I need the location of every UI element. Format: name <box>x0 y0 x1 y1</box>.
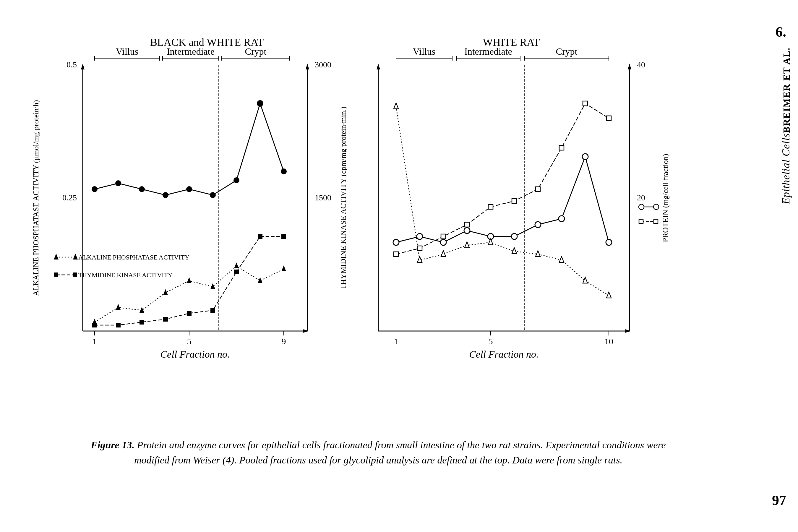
right-x-tick-10: 10 <box>604 336 613 346</box>
right-y-tick-20: 20 <box>637 193 645 202</box>
svg-rect-49 <box>54 272 58 277</box>
sq-pt8 <box>258 234 263 239</box>
tri-pt5 <box>488 239 493 245</box>
main-chart: BLACK and WHITE RAT Villus Intermediate … <box>24 30 674 414</box>
right-y-label: PROTEIN (mg/cell fraction) <box>661 154 670 242</box>
osq-pt1 <box>394 252 398 256</box>
tri-pt1 <box>394 103 398 109</box>
left-y-right-label: THYMIDINE KINASE ACTIVITY (cpm/mg protei… <box>339 107 347 290</box>
osq-pt7 <box>535 187 540 191</box>
sq-pt7 <box>234 269 239 274</box>
svg-point-53 <box>653 204 659 210</box>
protein-pt6 <box>511 233 517 240</box>
legend-alk-phos: ALKALINE PHOSPHATASE ACTIVITY <box>78 253 189 261</box>
svg-marker-15 <box>303 329 309 333</box>
left-y-tick-025: 0.25 <box>62 193 77 202</box>
author-name: BREIMER ET AL. <box>781 47 792 133</box>
section-number-top: 6. <box>776 24 786 40</box>
caption-bold: Figure 13. <box>91 439 134 451</box>
alk-phos-pt6 <box>210 192 216 198</box>
svg-point-52 <box>639 204 644 210</box>
alk-phos-pt1 <box>92 186 97 192</box>
sq-pt6 <box>210 308 215 313</box>
protein-pt1 <box>393 240 399 245</box>
alk-phos-pt7 <box>233 177 240 183</box>
sq-pt9 <box>281 234 286 239</box>
protein-pt4 <box>464 228 470 233</box>
left-intermediate-label: Intermediate <box>167 46 214 57</box>
osq-pt9 <box>583 101 588 106</box>
tri-pt8 <box>559 256 564 263</box>
left-y-tick-05: 0.5 <box>66 60 77 69</box>
sq-pt3 <box>139 320 144 324</box>
protein-pt10 <box>606 240 612 245</box>
right-intermediate-label: Intermediate <box>464 46 512 57</box>
tri-pt6 <box>512 248 517 253</box>
tk-pt2 <box>116 304 120 310</box>
alk-phos-pt5 <box>186 186 192 192</box>
right-y-tick-40: 40 <box>637 60 645 69</box>
left-y-right-tick-3000: 3000 <box>315 60 331 69</box>
protein-pt9 <box>582 154 588 159</box>
alk-phos-pt2 <box>115 180 121 186</box>
figure-caption: Figure 13. Protein and enzyme curves for… <box>83 437 674 468</box>
alk-phos-pt3 <box>139 186 145 192</box>
protein-pt3 <box>440 240 446 245</box>
tri-pt10 <box>607 292 611 298</box>
osq-pt2 <box>417 246 422 251</box>
sq-pt5 <box>187 311 191 316</box>
svg-marker-46 <box>54 253 58 260</box>
svg-rect-55 <box>639 219 643 224</box>
left-x-tick-1: 1 <box>93 336 97 346</box>
protein-pt8 <box>558 216 565 222</box>
osq-pt10 <box>607 116 611 120</box>
right-crypt-label: Crypt <box>556 46 577 57</box>
osq-pt8 <box>559 146 564 150</box>
tri-pt3 <box>441 251 446 256</box>
left-x-tick-5: 5 <box>187 336 191 346</box>
book-title: Epithelial Cells <box>780 133 792 204</box>
sidebar: 6. BREIMER ET AL. Epithelial Cells 97 <box>765 0 798 532</box>
tk-pt5 <box>187 277 191 283</box>
left-x-label: Cell Fraction no. <box>160 349 230 360</box>
osq-pt6 <box>512 198 517 203</box>
svg-rect-50 <box>73 272 77 277</box>
tri-pt4 <box>464 242 469 248</box>
left-y-right-tick-1500: 1500 <box>315 193 331 202</box>
tk-pt7 <box>234 263 239 268</box>
tk-pt3 <box>139 307 144 313</box>
protein-pt2 <box>417 233 423 240</box>
left-x-tick-9: 9 <box>282 336 286 346</box>
caption-text: Protein and enzyme curves for epithelial… <box>134 439 666 466</box>
osq-pt3 <box>441 234 446 239</box>
left-villus-label: Villus <box>116 46 138 57</box>
tk-pt9 <box>281 265 286 271</box>
page: 6. BREIMER ET AL. Epithelial Cells 97 BL… <box>0 0 798 532</box>
protein-pt7 <box>535 222 541 228</box>
sq-pt2 <box>116 323 120 327</box>
osq-pt4 <box>464 222 469 227</box>
svg-marker-14 <box>306 63 309 70</box>
right-x-tick-1: 1 <box>394 336 398 346</box>
left-y-label: ALKALINE PHOSPHATASE ACTIVITY (µmol/mg p… <box>32 100 40 296</box>
legend-tk: THYMIDINE KINASE ACTIVITY <box>78 271 173 279</box>
sq-pt4 <box>163 317 168 322</box>
svg-marker-37 <box>628 63 631 70</box>
alk-phos-pt8 <box>257 100 263 107</box>
sq-pt1 <box>92 323 97 327</box>
page-number: 97 <box>772 492 786 508</box>
figure-area: BLACK and WHITE RAT Villus Intermediate … <box>24 30 757 502</box>
right-x-tick-5: 5 <box>489 336 493 346</box>
tri-pt7 <box>535 251 540 256</box>
svg-marker-38 <box>625 329 631 333</box>
alk-phos-pt4 <box>163 192 169 198</box>
svg-marker-13 <box>81 63 84 70</box>
left-crypt-label: Crypt <box>245 46 267 57</box>
svg-marker-47 <box>73 253 78 260</box>
right-x-label: Cell Fraction no. <box>469 349 538 360</box>
tri-pt9 <box>583 277 588 283</box>
svg-rect-56 <box>654 219 658 224</box>
right-villus-label: Villus <box>413 46 435 57</box>
svg-marker-36 <box>377 63 380 70</box>
osq-pt5 <box>488 205 493 209</box>
